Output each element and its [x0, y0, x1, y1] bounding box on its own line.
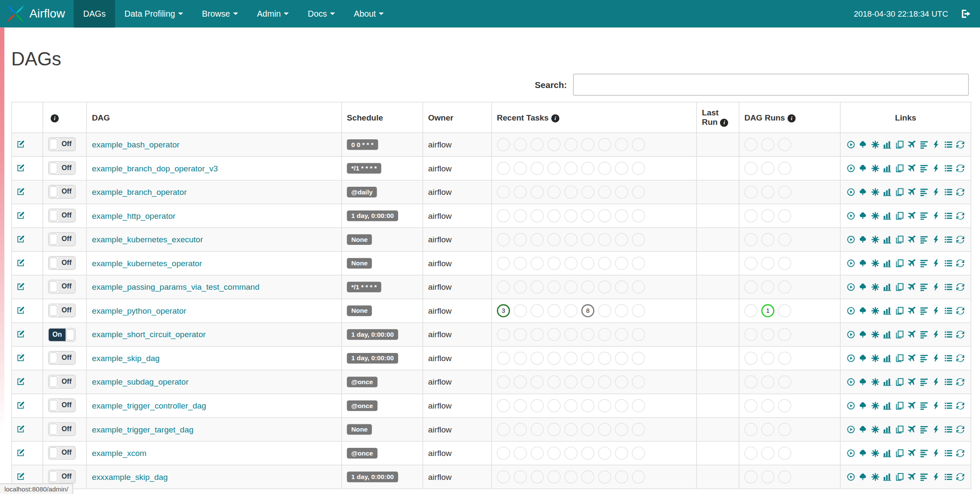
schedule-badge[interactable]: 1 day, 0:00:00 [347, 329, 398, 340]
graph-view-icon[interactable] [871, 188, 879, 196]
landing-times-icon[interactable] [908, 449, 916, 457]
dag-pause-toggle[interactable]: Off [48, 399, 76, 412]
dag-link[interactable]: example_kubernetes_executor [92, 235, 203, 244]
dag-pause-toggle[interactable]: Off [48, 446, 76, 460]
tree-view-icon[interactable] [859, 141, 867, 149]
refresh-icon[interactable] [956, 354, 965, 362]
dag-pause-toggle[interactable]: Off [48, 232, 76, 246]
landing-times-icon[interactable] [908, 425, 916, 433]
trigger-dag-icon[interactable] [847, 449, 855, 457]
task-duration-icon[interactable] [883, 402, 891, 410]
dag-link[interactable]: example_trigger_controller_dag [92, 401, 206, 410]
dag-link[interactable]: example_http_operator [92, 211, 175, 221]
graph-view-icon[interactable] [871, 235, 879, 244]
task-tries-icon[interactable] [895, 330, 903, 338]
trigger-dag-icon[interactable] [847, 164, 855, 172]
task-duration-icon[interactable] [883, 307, 891, 315]
task-duration-icon[interactable] [883, 354, 891, 362]
gantt-view-icon[interactable] [920, 378, 928, 386]
edit-dag-icon[interactable] [17, 353, 25, 362]
code-view-icon[interactable] [932, 425, 940, 433]
logs-icon[interactable] [944, 164, 952, 172]
task-tries-icon[interactable] [895, 425, 903, 433]
edit-dag-icon[interactable] [17, 235, 25, 243]
refresh-icon[interactable] [956, 283, 965, 291]
schedule-badge[interactable]: 1 day, 0:00:00 [347, 211, 398, 221]
trigger-dag-icon[interactable] [847, 330, 855, 338]
trigger-dag-icon[interactable] [847, 212, 855, 220]
edit-dag-icon[interactable] [17, 377, 25, 385]
task-tries-icon[interactable] [895, 212, 903, 220]
graph-view-icon[interactable] [871, 283, 879, 291]
trigger-dag-icon[interactable] [847, 354, 855, 362]
schedule-badge[interactable]: @daily [347, 187, 377, 197]
refresh-icon[interactable] [956, 212, 965, 220]
edit-dag-icon[interactable] [17, 140, 25, 148]
task-duration-icon[interactable] [883, 164, 891, 172]
code-view-icon[interactable] [932, 449, 940, 457]
nav-item-admin[interactable]: Admin [248, 0, 298, 27]
schedule-badge[interactable]: None [347, 306, 372, 316]
graph-view-icon[interactable] [871, 212, 879, 220]
dag-link[interactable]: example_short_circuit_operator [92, 330, 206, 339]
edit-dag-icon[interactable] [17, 306, 25, 314]
code-view-icon[interactable] [932, 402, 940, 410]
code-view-icon[interactable] [932, 235, 940, 244]
dag-link[interactable]: example_branch_operator [92, 188, 187, 197]
landing-times-icon[interactable] [908, 283, 916, 291]
refresh-icon[interactable] [956, 330, 965, 338]
tree-view-icon[interactable] [859, 212, 867, 220]
landing-times-icon[interactable] [908, 330, 916, 338]
dag-pause-toggle[interactable]: Off [48, 280, 76, 294]
task-status-circle[interactable]: 3 [497, 304, 510, 318]
task-tries-icon[interactable] [895, 354, 903, 362]
tree-view-icon[interactable] [859, 283, 867, 291]
trigger-dag-icon[interactable] [847, 141, 855, 149]
graph-view-icon[interactable] [871, 330, 879, 338]
task-tries-icon[interactable] [895, 141, 903, 149]
tree-view-icon[interactable] [859, 354, 867, 362]
dag-link[interactable]: example_passing_params_via_test_command [92, 282, 260, 292]
refresh-icon[interactable] [956, 235, 965, 244]
task-duration-icon[interactable] [883, 425, 891, 433]
task-duration-icon[interactable] [883, 141, 891, 149]
code-view-icon[interactable] [932, 330, 940, 338]
tree-view-icon[interactable] [859, 402, 867, 410]
code-view-icon[interactable] [932, 473, 940, 481]
tree-view-icon[interactable] [859, 235, 867, 244]
schedule-badge[interactable]: @once [347, 400, 377, 411]
trigger-dag-icon[interactable] [847, 425, 855, 433]
logs-icon[interactable] [944, 283, 952, 291]
edit-dag-icon[interactable] [17, 329, 25, 338]
tree-view-icon[interactable] [859, 449, 867, 457]
gantt-view-icon[interactable] [920, 188, 928, 196]
trigger-dag-icon[interactable] [847, 283, 855, 291]
schedule-badge[interactable]: None [347, 258, 372, 268]
tree-view-icon[interactable] [859, 378, 867, 386]
nav-item-browse[interactable]: Browse [192, 0, 248, 27]
schedule-badge[interactable]: 0 0 * * * [347, 139, 378, 150]
graph-view-icon[interactable] [871, 164, 879, 172]
dag-link[interactable]: example_kubernetes_operator [92, 259, 202, 268]
edit-dag-icon[interactable] [17, 401, 25, 409]
logs-icon[interactable] [944, 354, 952, 362]
trigger-dag-icon[interactable] [847, 402, 855, 410]
edit-dag-icon[interactable] [17, 163, 25, 171]
landing-times-icon[interactable] [908, 307, 916, 315]
dag-pause-toggle[interactable]: Off [48, 303, 76, 317]
graph-view-icon[interactable] [871, 402, 879, 410]
dag-link[interactable]: example_bash_operator [92, 140, 180, 149]
dag-link[interactable]: example_python_operator [92, 306, 186, 315]
gantt-view-icon[interactable] [920, 425, 928, 433]
code-view-icon[interactable] [932, 307, 940, 315]
trigger-dag-icon[interactable] [847, 378, 855, 386]
nav-item-about[interactable]: About [345, 0, 393, 27]
tree-view-icon[interactable] [859, 307, 867, 315]
graph-view-icon[interactable] [871, 354, 879, 362]
refresh-icon[interactable] [956, 449, 965, 457]
dag-pause-toggle[interactable]: Off [48, 351, 76, 365]
gantt-view-icon[interactable] [920, 141, 928, 149]
airflow-brand[interactable]: Airflow [0, 0, 74, 27]
dag-link[interactable]: exxxample_skip_dag [92, 472, 168, 482]
nav-item-docs[interactable]: Docs [298, 0, 345, 27]
